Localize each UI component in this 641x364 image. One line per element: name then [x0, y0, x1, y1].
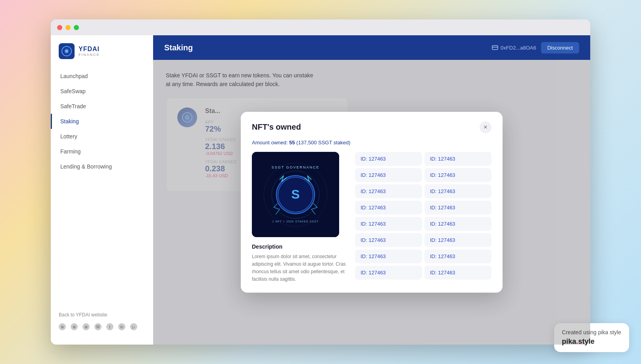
header-right: 0xFD2...a8OA6 Disconnect: [492, 42, 579, 54]
nft-id-item[interactable]: ID: 127463: [355, 217, 422, 231]
nft-id-item[interactable]: ID: 127463: [424, 201, 491, 215]
sidebar-item-farming[interactable]: Farming: [51, 144, 153, 159]
sidebar-item-safeswap[interactable]: SafeSwap: [51, 84, 153, 99]
disconnect-button[interactable]: Disconnect: [541, 42, 579, 54]
nft-id-item[interactable]: ID: 127463: [424, 217, 491, 231]
svg-point-1: [65, 50, 68, 53]
svg-text:S: S: [291, 187, 299, 201]
logo-icon: [59, 43, 75, 59]
nft-id-item[interactable]: ID: 127463: [424, 266, 491, 280]
modal-close-button[interactable]: ×: [480, 121, 491, 133]
nft-id-item[interactable]: ID: 127463: [424, 233, 491, 247]
twitter-icon[interactable]: t: [106, 323, 113, 330]
sidebar-footer: Back to YFDAI website ⊕ ⊕ ⊕ M t in ▷: [51, 306, 153, 337]
page-content: Stake YFDAI or SSGT to earn new tokens. …: [153, 60, 590, 345]
nft-id-item[interactable]: ID: 127463: [424, 152, 491, 166]
nft-description: Description Lorem ipsum dolor sit amet, …: [252, 243, 347, 284]
svg-rect-2: [492, 46, 498, 50]
minimize-button[interactable]: [65, 25, 71, 30]
nft-section: S SSGT GOVERNANCE 1 NFT = 2500 STA: [252, 152, 347, 284]
nft-ids-section[interactable]: ID: 127463ID: 127463ID: 127463ID: 127463…: [355, 152, 491, 284]
link-icon[interactable]: ⊕: [83, 323, 90, 330]
titlebar: [51, 19, 590, 35]
nft-id-item[interactable]: ID: 127463: [355, 184, 422, 198]
github-icon[interactable]: ▷: [130, 323, 137, 330]
nft-id-item[interactable]: ID: 127463: [355, 249, 422, 263]
modal-nft-owned: NFT's owned × Amount owned: 55 (137,500 …: [241, 112, 503, 293]
social-icons: ⊕ ⊕ ⊕ M t in ▷: [59, 323, 145, 330]
nft-id-item[interactable]: ID: 127463: [355, 152, 422, 166]
content-area: Staking 0xFD2...a8OA6 Disconnect Stake Y…: [153, 35, 590, 345]
sidebar: YFDAI FINANCE Launchpad SafeSwap SafeTra…: [51, 35, 153, 345]
svg-text:SSGT GOVERNANCE: SSGT GOVERNANCE: [272, 165, 320, 169]
sidebar-item-launchpad[interactable]: Launchpad: [51, 69, 153, 84]
sidebar-item-safetrade[interactable]: SafeTrade: [51, 99, 153, 114]
modal-overlay[interactable]: NFT's owned × Amount owned: 55 (137,500 …: [153, 60, 590, 345]
modal-title: NFT's owned: [252, 123, 301, 132]
linkedin-icon[interactable]: in: [118, 323, 125, 330]
reddit-icon[interactable]: ⊕: [71, 323, 78, 330]
wallet-address: 0xFD2...a8OA6: [492, 44, 536, 51]
nft-desc-text: Lorem ipsum dolor sit amet, consectetur …: [252, 253, 347, 284]
nft-id-item[interactable]: ID: 127463: [355, 168, 422, 182]
nft-id-item[interactable]: ID: 127463: [424, 168, 491, 182]
nft-id-item[interactable]: ID: 127463: [424, 184, 491, 198]
page-title: Staking: [164, 43, 193, 52]
discord-icon[interactable]: ⊕: [59, 323, 66, 330]
header: Staking 0xFD2...a8OA6 Disconnect: [153, 35, 590, 60]
sidebar-item-staking[interactable]: Staking: [51, 114, 153, 129]
modal-header: NFT's owned ×: [241, 112, 503, 140]
nft-desc-title: Description: [252, 243, 347, 250]
modal-amount: Amount owned: 55 (137,500 SSGT staked): [241, 140, 503, 152]
nft-id-item[interactable]: ID: 127463: [355, 266, 422, 280]
sidebar-item-lottery[interactable]: Lottery: [51, 129, 153, 144]
nft-image: S SSGT GOVERNANCE 1 NFT = 2500 STA: [252, 152, 339, 237]
svg-text:1 NFT = 2500 STAKED SSGT: 1 NFT = 2500 STAKED SSGT: [272, 220, 319, 223]
logo-sub: FINANCE: [79, 53, 100, 57]
sidebar-item-lending[interactable]: Lending & Borrowing: [51, 159, 153, 174]
nft-ids-grid: ID: 127463ID: 127463ID: 127463ID: 127463…: [355, 152, 491, 280]
maximize-button[interactable]: [74, 25, 79, 30]
medium-icon[interactable]: M: [94, 323, 102, 330]
nft-id-item[interactable]: ID: 127463: [355, 201, 422, 215]
logo-name: YFDAI: [79, 46, 100, 53]
logo: YFDAI FINANCE: [51, 43, 153, 69]
nft-id-item[interactable]: ID: 127463: [424, 249, 491, 263]
modal-body: S SSGT GOVERNANCE 1 NFT = 2500 STA: [241, 152, 503, 293]
back-to-website-link[interactable]: Back to YFDAI website: [59, 312, 145, 318]
close-button[interactable]: [57, 25, 62, 30]
nft-id-item[interactable]: ID: 127463: [355, 233, 422, 247]
